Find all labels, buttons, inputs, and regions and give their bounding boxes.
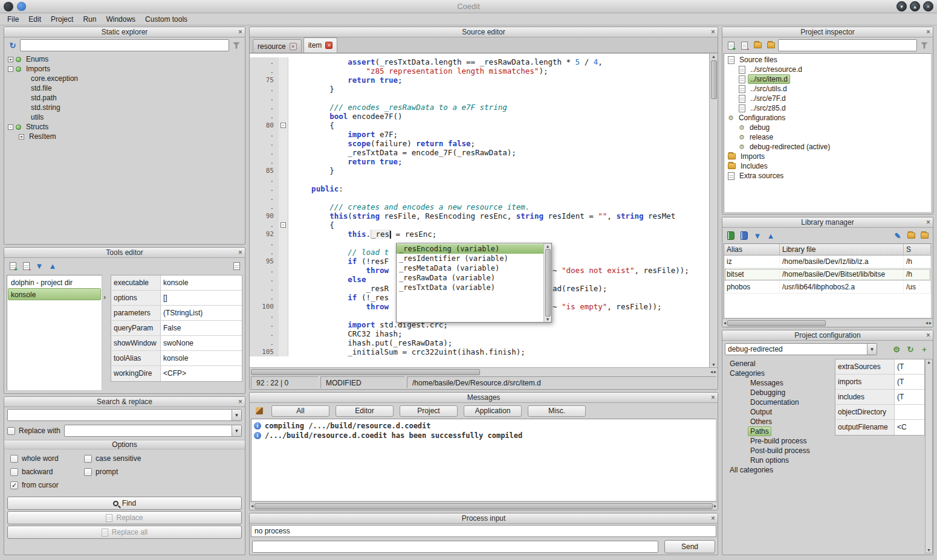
inspector-tree-item[interactable]: Includes bbox=[725, 161, 930, 171]
configuration-vscrollbar[interactable]: ▲ ▼ bbox=[925, 359, 933, 553]
fold-margin[interactable] bbox=[279, 112, 288, 121]
app-icon[interactable] bbox=[4, 2, 13, 11]
move-up-icon[interactable]: ▲ bbox=[765, 230, 777, 242]
completion-scrollbar[interactable]: ▲ ▼ bbox=[543, 243, 551, 322]
message-log[interactable]: icompiling /.../build/resource.d.coediti… bbox=[251, 419, 716, 501]
menu-custom-tools[interactable]: Custom tools bbox=[140, 14, 192, 25]
fold-margin[interactable] bbox=[279, 320, 288, 329]
fold-margin[interactable] bbox=[279, 202, 288, 211]
fold-margin[interactable] bbox=[279, 311, 288, 320]
property-value[interactable]: konsole bbox=[161, 275, 242, 290]
inspector-tree-item[interactable]: Source files bbox=[725, 55, 930, 65]
tool-property-row[interactable]: queryParamFalse bbox=[111, 321, 242, 336]
close-icon[interactable]: × bbox=[711, 393, 715, 402]
fold-margin[interactable] bbox=[279, 266, 288, 275]
fold-margin[interactable] bbox=[279, 94, 288, 103]
tool-property-row[interactable]: workingDire<CFP> bbox=[111, 366, 242, 381]
inspector-tree-item[interactable]: Extra sources bbox=[725, 171, 930, 181]
tool-property-row[interactable]: parameters(TStringList) bbox=[111, 306, 242, 321]
chevron-down-icon[interactable]: ▼ bbox=[867, 344, 877, 355]
property-value[interactable]: (T bbox=[895, 390, 924, 404]
fold-margin[interactable] bbox=[279, 57, 288, 66]
configuration-category[interactable]: Messages bbox=[725, 378, 832, 388]
code-editor[interactable]: . assert(_resTxtData.length == _resRawDa… bbox=[250, 53, 718, 367]
filter-icon[interactable] bbox=[918, 39, 930, 51]
inspector-tree-item[interactable]: ⚙debug bbox=[725, 123, 930, 132]
close-icon[interactable]: × bbox=[711, 28, 715, 36]
collapse-icon[interactable]: - bbox=[8, 124, 13, 130]
static-explorer-search-input[interactable] bbox=[20, 39, 229, 51]
configuration-selector[interactable]: debug-redirected ▼ bbox=[725, 343, 877, 355]
inspector-tree-item[interactable]: ⚙debug-redirected (active) bbox=[725, 142, 930, 152]
clone-tool-icon[interactable] bbox=[230, 260, 242, 272]
library-file-icon[interactable] bbox=[738, 230, 750, 242]
replace-with-checkbox[interactable]: Replace with bbox=[7, 425, 60, 436]
close-icon[interactable]: × bbox=[711, 514, 715, 523]
move-tool-down-icon[interactable]: ▼ bbox=[33, 260, 45, 272]
inspector-tree-item[interactable]: ../src/item.d bbox=[725, 74, 930, 84]
property-value[interactable]: [] bbox=[161, 291, 242, 305]
scroll-left-icon[interactable]: ◂ bbox=[251, 503, 253, 509]
library-manager-header[interactable]: Library manager × bbox=[722, 217, 933, 228]
scroll-up-icon[interactable]: ▲ bbox=[546, 244, 550, 248]
inspector-tree-item[interactable]: ../src/z85.d bbox=[725, 103, 930, 113]
remove-source-icon[interactable] bbox=[738, 39, 750, 51]
tab-close-icon[interactable]: × bbox=[325, 42, 332, 49]
sources-folder-icon[interactable] bbox=[751, 39, 764, 51]
fold-margin[interactable] bbox=[279, 130, 288, 139]
menu-edit[interactable]: Edit bbox=[24, 14, 46, 25]
project-inspector-header[interactable]: Project inspector × bbox=[722, 27, 933, 37]
scroll-down-icon[interactable]: ▼ bbox=[546, 317, 550, 321]
configuration-property-row[interactable]: objectDirectory bbox=[835, 405, 924, 420]
completion-item[interactable]: _resRawData (variable) bbox=[397, 273, 543, 283]
configuration-property-row[interactable]: includes(T bbox=[835, 390, 924, 405]
process-input-header[interactable]: Process input × bbox=[250, 513, 718, 524]
tool-item[interactable]: dolphin - project dir bbox=[8, 276, 101, 288]
fold-margin[interactable] bbox=[279, 193, 288, 202]
scroll-right-icon[interactable]: ▸ bbox=[929, 320, 932, 326]
fold-collapse-icon[interactable]: - bbox=[280, 123, 286, 128]
configuration-category[interactable]: Output bbox=[725, 407, 832, 417]
edit-configs-icon[interactable]: ⚙ bbox=[890, 343, 903, 355]
scroll-up-icon[interactable]: ▲ bbox=[927, 360, 931, 364]
explorer-tree-item[interactable]: std.string bbox=[5, 103, 244, 112]
scroll-right-icon[interactable]: ▸ bbox=[714, 369, 716, 375]
filter-project[interactable]: Project bbox=[400, 405, 458, 417]
edit-library-icon[interactable]: ✎ bbox=[892, 230, 904, 242]
configuration-category[interactable]: Others bbox=[725, 417, 832, 426]
menu-windows[interactable]: Windows bbox=[101, 14, 140, 25]
tool-property-row[interactable]: executablekonsole bbox=[111, 275, 242, 291]
scroll-left-icon[interactable]: ◂ bbox=[710, 369, 713, 375]
library-row[interactable]: bitset/home/basile/Dev/Bitset/lib/bitse/… bbox=[724, 268, 931, 281]
filter-editor[interactable]: Editor bbox=[336, 405, 394, 417]
refresh-icon[interactable]: ↻ bbox=[7, 39, 19, 51]
search-replace-header[interactable]: Search & replace × bbox=[4, 397, 245, 407]
property-value[interactable]: False bbox=[161, 321, 242, 335]
fold-margin[interactable]: - bbox=[279, 220, 288, 230]
find-button[interactable]: Find bbox=[7, 497, 242, 510]
library-hscrollbar[interactable]: ◂ ◂ ▸ bbox=[722, 318, 933, 327]
filter-icon[interactable] bbox=[230, 39, 242, 51]
configuration-property-row[interactable]: extraSources(T bbox=[835, 359, 924, 375]
collapse-icon[interactable]: - bbox=[8, 66, 13, 72]
menu-project[interactable]: Project bbox=[46, 14, 78, 25]
expand-icon[interactable]: + bbox=[8, 57, 13, 62]
explorer-tree-item[interactable]: -Structs bbox=[5, 122, 244, 132]
scroll-left-icon[interactable]: ◂ bbox=[724, 320, 726, 326]
completion-item[interactable]: _resIdentifier (variable) bbox=[397, 254, 543, 263]
window-close-icon[interactable]: × bbox=[923, 1, 933, 11]
menu-file[interactable]: File bbox=[2, 14, 24, 25]
tool-item[interactable]: konsole bbox=[8, 288, 101, 300]
close-icon[interactable]: × bbox=[238, 248, 242, 257]
fold-collapse-icon[interactable]: - bbox=[280, 222, 286, 228]
source-editor-header[interactable]: Source editor × bbox=[250, 27, 718, 37]
configuration-category[interactable]: All categories bbox=[725, 465, 832, 475]
tab-resource[interactable]: resource× bbox=[253, 39, 302, 53]
replace-combo[interactable]: ▼ bbox=[64, 425, 242, 437]
tab-close-icon[interactable]: × bbox=[290, 43, 297, 50]
configuration-category[interactable]: General bbox=[725, 359, 832, 369]
fold-margin[interactable] bbox=[279, 284, 288, 293]
project-configuration-header[interactable]: Project configuration × bbox=[722, 330, 933, 341]
inspector-tree-item[interactable]: ../src/resource.d bbox=[725, 65, 930, 74]
property-value[interactable]: (T bbox=[895, 375, 924, 389]
